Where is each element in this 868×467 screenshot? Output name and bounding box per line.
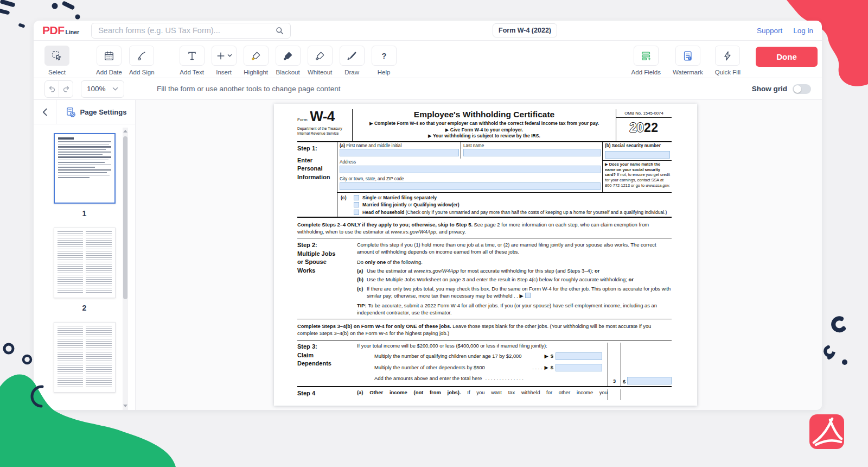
page-settings-label: Page Settings [80, 108, 127, 116]
logo-pdf-text: PDF [42, 24, 65, 37]
whiteout-brush-icon [314, 50, 326, 62]
add-sign-button[interactable]: Add Sign [129, 46, 155, 75]
married-jointly-checkbox[interactable] [354, 202, 359, 207]
line-3-number: 3 [608, 343, 621, 386]
search-box [91, 23, 291, 39]
page-number-1: 1 [54, 209, 116, 218]
show-grid-control: Show grid [752, 84, 811, 94]
support-link[interactable]: Support [757, 27, 782, 35]
chevron-down-icon [112, 87, 118, 91]
calendar-icon [103, 50, 115, 62]
sidebar-header: Page Settings [34, 100, 135, 124]
form-title: Employee's Withholding Certificate [357, 110, 611, 119]
add-date-button[interactable]: Add Date [96, 46, 122, 75]
chevron-down-icon [227, 54, 232, 58]
insert-button[interactable]: Insert [212, 46, 237, 75]
scrollbar-thumb[interactable] [123, 136, 127, 299]
pdfliner-app-screen: PDF Liner Form W-4 (2022) Support Log in [0, 0, 868, 467]
chevron-left-icon [42, 108, 48, 116]
document-canvas: Form W-4 Department of the Treasury Inte… [136, 100, 822, 410]
head-of-household-checkbox[interactable] [354, 210, 359, 215]
form-number: W-4 [310, 110, 335, 123]
toolbar-hint-text: Fill the form or use another tools to ch… [157, 85, 340, 93]
watermark-button[interactable]: Watermark [673, 46, 703, 75]
highlight-brush-icon [250, 50, 262, 62]
select-cursor-icon [51, 50, 63, 62]
page-number-2: 2 [54, 304, 116, 312]
highlight-button[interactable]: Highlight [244, 46, 269, 75]
two-jobs-checkbox[interactable] [525, 293, 531, 298]
page-thumbnail-2[interactable] [54, 228, 116, 298]
zoom-level-value: 100% [87, 85, 106, 93]
blackout-brush-icon [282, 50, 294, 62]
text-icon [186, 50, 198, 62]
login-link[interactable]: Log in [793, 27, 813, 35]
omb-number: OMB No. 1545-0074 [616, 109, 672, 118]
select-tool-button[interactable]: Select [44, 46, 69, 75]
step1-label: Step 1: Enter Personal Information [297, 142, 337, 217]
search-icon[interactable] [275, 26, 285, 36]
last-name-field[interactable] [463, 149, 601, 156]
step2-label: Step 2: Multiple Jobs or Spouse Works [297, 241, 357, 316]
right-toolbar-group: Add Fields Watermark [631, 46, 741, 75]
filing-status-option: Single or Married filing separately [354, 195, 667, 200]
city-state-zip-field[interactable] [340, 182, 601, 190]
question-mark-icon: ? [378, 50, 390, 62]
add-fields-button[interactable]: Add Fields [631, 46, 661, 75]
undo-button[interactable] [44, 80, 59, 98]
first-name-field[interactable] [340, 149, 459, 156]
zoom-level-dropdown[interactable]: 100% [81, 80, 124, 98]
svg-text:?: ? [381, 51, 386, 60]
single-checkbox[interactable] [354, 195, 359, 200]
steps-2-4-note: Complete Steps 2–4 ONLY if they apply to… [297, 218, 672, 238]
form-header: Form W-4 Department of the Treasury Inte… [297, 109, 672, 142]
step3-section: Step 3: Claim Dependents If your total i… [297, 340, 672, 387]
watermark-document-icon [682, 50, 694, 62]
ink-decoration-right [816, 312, 854, 372]
other-dependents-amount-field[interactable] [556, 364, 602, 371]
step4-section: Step 4 (a) Other income (not from jobs).… [297, 387, 672, 400]
pdf-logo-decoration [809, 414, 844, 449]
ssn-field[interactable] [605, 151, 670, 159]
w4-form-page: Form W-4 Department of the Treasury Inte… [274, 104, 697, 406]
sub-toolbar: 100% Fill the form or use another tools … [34, 78, 822, 100]
redo-button[interactable] [59, 80, 73, 98]
page-settings-icon [65, 106, 76, 118]
redo-icon [61, 84, 71, 94]
blackout-button[interactable]: Blackout [276, 46, 301, 75]
add-text-button[interactable]: Add Text [180, 46, 205, 75]
filing-status-row: (c) Single or Married filing separately … [337, 193, 672, 217]
draw-button[interactable]: Draw [340, 46, 365, 75]
green-blob-decoration-bottom-left [0, 326, 184, 467]
collapse-sidebar-button[interactable] [34, 100, 56, 124]
filing-status-option: Head of household (Check only if you're … [354, 210, 667, 215]
whiteout-button[interactable]: Whiteout [308, 46, 333, 75]
steps-3-4b-note: Complete Steps 3–4(b) on Form W-4 for on… [297, 319, 672, 340]
show-grid-toggle[interactable] [793, 84, 811, 94]
qualifying-children-amount-field[interactable] [556, 352, 602, 360]
step4-label: Step 4 [297, 389, 357, 400]
page-thumbnail-1[interactable] [54, 133, 116, 204]
address-field[interactable] [340, 166, 601, 173]
logo-liner-text: Liner [66, 29, 80, 35]
top-bar: PDF Liner Form W-4 (2022) Support Log in [34, 21, 822, 41]
total-dependents-amount-field[interactable] [627, 377, 672, 384]
filing-status-option: Married filing jointly or Qualifying wid… [354, 202, 667, 207]
page-settings-button[interactable]: Page Settings [56, 100, 135, 124]
header-links: Support Log in [757, 27, 813, 35]
pdfliner-logo[interactable]: PDF Liner [42, 24, 79, 37]
undo-icon [47, 84, 57, 94]
help-button[interactable]: ? Help [372, 46, 397, 75]
form-year: 2022 [616, 118, 672, 135]
lightning-bolt-icon [722, 50, 733, 62]
done-button[interactable]: Done [756, 47, 818, 67]
form-number-block: Form W-4 Department of the Treasury Inte… [297, 109, 353, 141]
thumbnail-sketch [58, 137, 111, 199]
main-toolbar: Select Add Date [34, 41, 822, 78]
fields-list-icon [640, 50, 652, 62]
scroll-up-arrow[interactable] [123, 128, 128, 134]
plus-icon [215, 51, 226, 61]
search-input[interactable] [97, 26, 275, 35]
document-title-badge: Form W-4 (2022) [493, 23, 557, 37]
quick-fill-button[interactable]: Quick Fill [715, 46, 741, 75]
